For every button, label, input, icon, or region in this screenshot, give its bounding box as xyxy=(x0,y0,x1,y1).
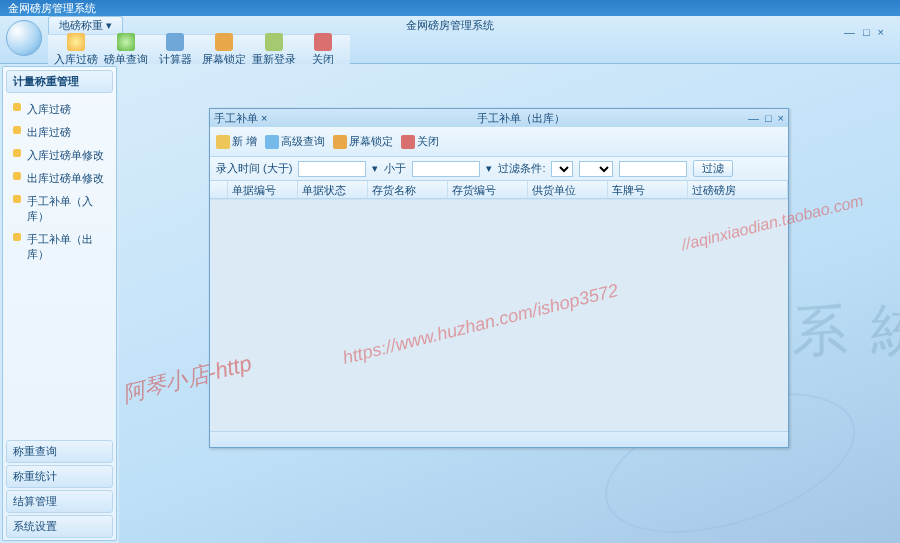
col-plate[interactable]: 车牌号 xyxy=(608,181,688,198)
calculator-button[interactable]: 计算器 xyxy=(154,33,196,67)
sidebar-bottom-settings[interactable]: 系统设置 xyxy=(6,515,113,538)
sidebar-item-inbound-edit[interactable]: 入库过磅单修改 xyxy=(3,144,116,167)
new-icon xyxy=(216,135,230,149)
filter-time-label: 录入时间 (大于) xyxy=(216,161,292,176)
advanced-query-button[interactable]: 高级查询 xyxy=(265,134,325,149)
new-button[interactable]: 新 增 xyxy=(216,134,257,149)
ticket-query-button[interactable]: 磅单查询 xyxy=(104,33,148,67)
sidebar-bottom-settle[interactable]: 结算管理 xyxy=(6,490,113,513)
dropdown-icon[interactable]: ▾ xyxy=(372,162,378,175)
mdi-toolbar: 新 增 高级查询 屏幕锁定 关闭 xyxy=(210,127,788,157)
app-orb-icon[interactable] xyxy=(6,20,42,56)
window-system-buttons: — □ × xyxy=(844,26,884,38)
mdi-titlebar[interactable]: 手工补单 × 手工补单（出库） — □ × xyxy=(210,109,788,127)
sidebar-item-manual-in[interactable]: 手工补单（入库） xyxy=(3,190,116,228)
window-maximize-button[interactable]: □ xyxy=(863,26,870,38)
filter-value-input[interactable] xyxy=(619,161,687,177)
filter-field-select[interactable] xyxy=(551,161,573,177)
app-caption: 金网磅房管理系统 xyxy=(406,18,494,33)
grid-body[interactable] xyxy=(210,199,788,431)
sidebar-item-outbound[interactable]: 出库过磅 xyxy=(3,121,116,144)
col-item-name[interactable]: 存货名称 xyxy=(368,181,448,198)
search-icon xyxy=(265,135,279,149)
screen-lock-button[interactable]: 屏幕锁定 xyxy=(202,33,246,67)
col-weigh-house[interactable]: 过磅磅房 xyxy=(688,181,788,198)
sidebar-bottom-query[interactable]: 称重查询 xyxy=(6,440,113,463)
mdi-tab-label: 手工补单 xyxy=(214,112,258,124)
filter-op-select[interactable] xyxy=(579,161,613,177)
col-selector[interactable] xyxy=(210,181,228,198)
app-titlebar: 金网磅房管理系统 xyxy=(0,0,900,16)
filter-lt-label: 小于 xyxy=(384,161,406,176)
mdi-close-button[interactable]: × xyxy=(778,112,784,124)
calculator-icon xyxy=(166,33,184,51)
chevron-down-icon: ▾ xyxy=(106,19,112,31)
sidebar: 计量称重管理 入库过磅 出库过磅 入库过磅单修改 出库过磅单修改 手工补单（入库… xyxy=(2,66,117,541)
lock-icon xyxy=(333,135,347,149)
mdi-minimize-button[interactable]: — xyxy=(748,112,759,124)
close-icon xyxy=(314,33,332,51)
background-brand-text: 系 統 xyxy=(792,294,900,370)
mdi-close-tool-button[interactable]: 关闭 xyxy=(401,134,439,149)
dropdown-icon[interactable]: ▾ xyxy=(486,162,492,175)
col-supplier[interactable]: 供货单位 xyxy=(528,181,608,198)
close-button[interactable]: 关闭 xyxy=(302,33,344,67)
mdi-title-text: 手工补单（出库） xyxy=(294,111,748,126)
filter-cond-label: 过滤条件: xyxy=(498,161,545,176)
lock-icon xyxy=(215,33,233,51)
mdi-window-manual-out: 手工补单 × 手工补单（出库） — □ × 新 增 高级查询 屏幕锁定 关闭 录… xyxy=(209,108,789,448)
window-minimize-button[interactable]: — xyxy=(844,26,855,38)
close-tab-icon[interactable]: × xyxy=(261,112,267,124)
filter-button[interactable]: 过滤 xyxy=(693,160,733,177)
filter-time-to-input[interactable] xyxy=(412,161,480,177)
window-close-button[interactable]: × xyxy=(878,26,884,38)
sidebar-item-inbound[interactable]: 入库过磅 xyxy=(3,98,116,121)
inbound-icon xyxy=(67,33,85,51)
relogin-icon xyxy=(265,33,283,51)
close-icon xyxy=(401,135,415,149)
sidebar-item-manual-out[interactable]: 手工补单（出库） xyxy=(3,228,116,266)
col-ticket-status[interactable]: 单据状态 xyxy=(298,181,368,198)
grid-header: 单据编号 单据状态 存货名称 存货编号 供货单位 车牌号 过磅磅房 xyxy=(210,181,788,199)
filter-bar: 录入时间 (大于) ▾ 小于 ▾ 过滤条件: 过滤 xyxy=(210,157,788,181)
content-desktop: 系 統 手工补单 × 手工补单（出库） — □ × 新 增 高级查询 屏幕锁定 … xyxy=(119,64,900,543)
sidebar-item-outbound-edit[interactable]: 出库过磅单修改 xyxy=(3,167,116,190)
app-title: 金网磅房管理系统 xyxy=(8,2,96,14)
mdi-lock-button[interactable]: 屏幕锁定 xyxy=(333,134,393,149)
relogin-button[interactable]: 重新登录 xyxy=(252,33,296,67)
mdi-maximize-button[interactable]: □ xyxy=(765,112,772,124)
inbound-weigh-button[interactable]: 入库过磅 xyxy=(54,33,98,67)
sidebar-bottom-stats[interactable]: 称重统计 xyxy=(6,465,113,488)
filter-time-from-input[interactable] xyxy=(298,161,366,177)
query-icon xyxy=(117,33,135,51)
col-ticket-no[interactable]: 单据编号 xyxy=(228,181,298,198)
mdi-statusbar xyxy=(210,431,788,447)
ribbon-tab-weighing[interactable]: 地磅称重 ▾ xyxy=(48,16,123,34)
col-item-code[interactable]: 存货编号 xyxy=(448,181,528,198)
sidebar-group-weighing[interactable]: 计量称重管理 xyxy=(6,70,113,93)
main-area: 计量称重管理 入库过磅 出库过磅 入库过磅单修改 出库过磅单修改 手工补单（入库… xyxy=(0,64,900,543)
